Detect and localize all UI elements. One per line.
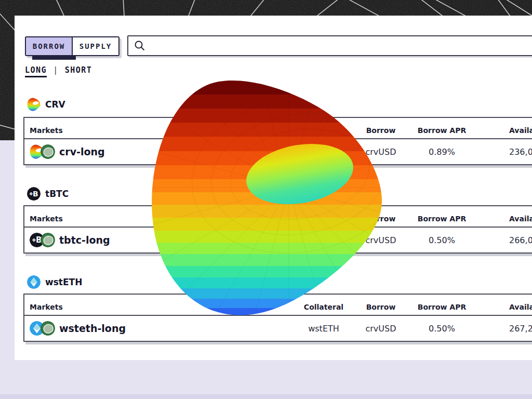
- col-borrow: Borrow: [355, 215, 407, 223]
- col-markets: Markets: [24, 126, 292, 135]
- svg-text:B: B: [33, 190, 38, 198]
- section-label-tbtc: B tBTC: [27, 187, 69, 201]
- cell-borrow: crvUSD: [355, 324, 407, 334]
- section-label-crv: CRV: [27, 98, 65, 111]
- crvusd-token-icon: [41, 321, 55, 336]
- cell-borrow-apr: 0.50%: [407, 324, 477, 334]
- col-collateral: Collateral: [292, 215, 355, 223]
- cell-available: 267,2: [491, 324, 532, 334]
- table-row[interactable]: wsteth-long wstETH crvUSD 0.50% 267,2: [24, 316, 532, 341]
- cell-borrow: crvUSD: [355, 147, 407, 157]
- section-label-wsteth: wstETH: [27, 275, 82, 289]
- subtab-long[interactable]: LONG: [25, 65, 47, 77]
- col-borrow-apr: Borrow APR: [407, 215, 477, 223]
- cell-available: 236,0: [491, 147, 532, 157]
- tbtc-markets-table: Markets Collateral Borrow Borrow APR Ava…: [23, 205, 532, 254]
- tab-supply[interactable]: SUPPLY: [73, 37, 118, 55]
- col-borrow-apr: Borrow APR: [407, 126, 477, 135]
- table-row[interactable]: B tbtc-long crvUSD 0.50% 266,0: [24, 228, 532, 252]
- page: BORROW SUPPLY LONG | SHORT: [0, 0, 532, 399]
- subtab-short[interactable]: SHORT: [65, 65, 92, 75]
- col-available: Available: [491, 126, 532, 135]
- subtab-separator: |: [53, 65, 59, 75]
- market-name: wsteth-long: [59, 323, 126, 334]
- wsteth-token-icon: [27, 275, 41, 289]
- market-name: tbtc-long: [59, 234, 110, 246]
- col-borrow-apr: Borrow APR: [407, 303, 477, 311]
- col-markets: Markets: [24, 303, 292, 311]
- long-short-switch: LONG | SHORT: [25, 65, 92, 77]
- section-title: tBTC: [45, 189, 69, 199]
- table-header-row: Markets Collateral Borrow Borrow APR Ava…: [24, 118, 532, 139]
- col-collateral: Collateral: [292, 303, 355, 311]
- cell-collateral: wstETH: [292, 324, 355, 334]
- col-available: Available: [491, 215, 532, 223]
- search-input[interactable]: [150, 38, 532, 54]
- cell-available: 266,0: [491, 235, 532, 245]
- crv-token-icon: [27, 98, 41, 111]
- wsteth-markets-table: Markets Collateral Borrow Borrow APR Ava…: [23, 294, 532, 342]
- cell-borrow: crvUSD: [355, 235, 407, 245]
- borrow-supply-tabs: BORROW SUPPLY: [25, 36, 119, 56]
- section-title: wstETH: [45, 277, 82, 287]
- search-box: [127, 35, 532, 56]
- search-icon: [134, 40, 145, 51]
- col-markets: Markets: [24, 215, 292, 223]
- col-borrow: Borrow: [355, 303, 407, 311]
- section-title: CRV: [45, 99, 65, 110]
- col-borrow: Borrow: [355, 126, 407, 135]
- col-collateral: Collateral: [292, 126, 355, 135]
- table-header-row: Markets Collateral Borrow Borrow APR Ava…: [24, 206, 532, 228]
- tbtc-token-icon: B: [27, 187, 41, 201]
- table-header-row: Markets Collateral Borrow Borrow APR Ava…: [24, 295, 532, 316]
- crv-markets-table: Markets Collateral Borrow Borrow APR Ava…: [23, 117, 532, 165]
- table-row[interactable]: crv-long crvUSD 0.89% 236,0: [24, 139, 532, 164]
- col-available: Available: [491, 303, 532, 311]
- active-tab-indicator: [32, 56, 76, 60]
- crvusd-token-icon: [41, 144, 55, 159]
- tab-borrow[interactable]: BORROW: [26, 37, 73, 55]
- cell-borrow-apr: 0.89%: [407, 147, 477, 157]
- markets-card: BORROW SUPPLY LONG | SHORT: [15, 16, 532, 360]
- bottom-accent-strip: [0, 394, 532, 399]
- crvusd-token-icon: [41, 233, 55, 247]
- market-name: crv-long: [59, 146, 105, 157]
- cell-borrow-apr: 0.50%: [407, 235, 477, 245]
